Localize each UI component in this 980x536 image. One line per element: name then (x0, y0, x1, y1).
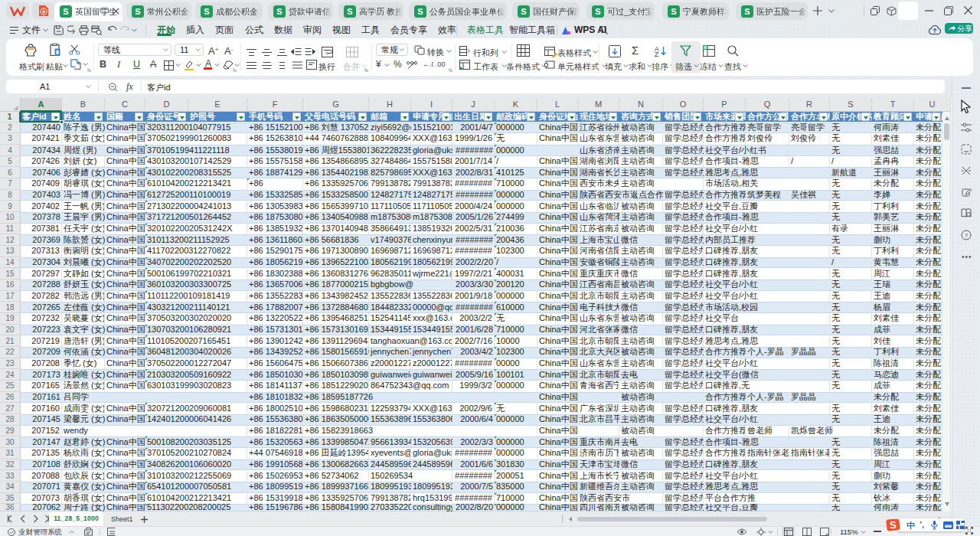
svg-text:S: S (204, 7, 209, 16)
svg-text:.00: .00 (436, 60, 446, 68)
svg-text:S: S (417, 7, 423, 16)
svg-text:S: S (521, 7, 526, 16)
svg-text:S: S (744, 7, 750, 16)
svg-text:S: S (671, 7, 676, 16)
svg-text:←.0: ←.0 (423, 60, 433, 68)
svg-text:S: S (347, 7, 352, 16)
svg-text:Z: Z (655, 51, 658, 57)
svg-text:S: S (63, 7, 68, 16)
svg-text:S: S (135, 7, 140, 16)
svg-text:S: S (595, 7, 600, 16)
svg-text:?: ? (965, 232, 969, 239)
svg-text:S: S (276, 7, 282, 16)
